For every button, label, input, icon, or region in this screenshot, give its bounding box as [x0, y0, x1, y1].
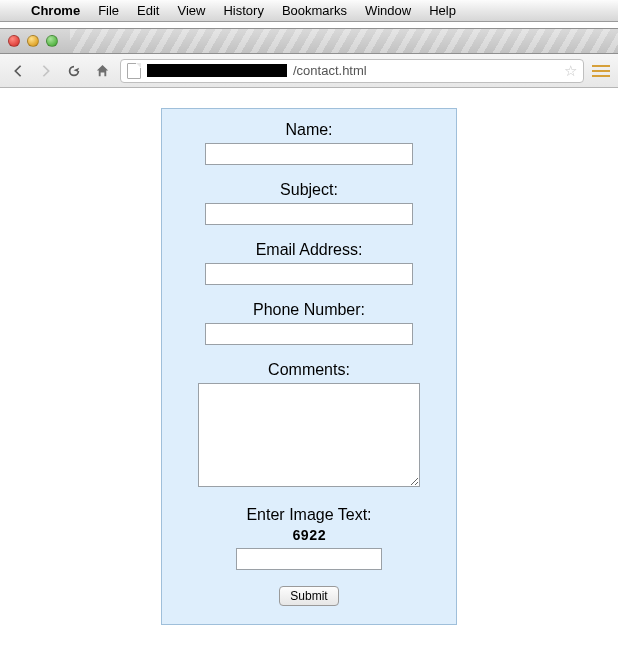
menu-history[interactable]: History [214, 3, 272, 18]
browser-toolbar: /contact.html ☆ [0, 54, 618, 88]
browser-tabbar [0, 28, 618, 54]
page-icon [127, 63, 141, 79]
phone-field: Phone Number: [186, 301, 432, 345]
reload-button[interactable] [64, 61, 84, 81]
bookmark-star-icon[interactable]: ☆ [564, 62, 577, 80]
captcha-input[interactable] [236, 548, 382, 570]
submit-row: Submit [186, 586, 432, 606]
close-window-button[interactable] [8, 35, 20, 47]
menu-bookmarks[interactable]: Bookmarks [273, 3, 356, 18]
macos-menubar: Chrome File Edit View History Bookmarks … [0, 0, 618, 22]
captcha-image-text: 6922 [186, 528, 432, 544]
email-input[interactable] [205, 263, 413, 285]
name-field: Name: [186, 121, 432, 165]
window-controls [8, 35, 58, 47]
zoom-window-button[interactable] [46, 35, 58, 47]
submit-button[interactable]: Submit [279, 586, 338, 606]
captcha-field: Enter Image Text: 6922 [186, 506, 432, 570]
browser-window: /contact.html ☆ Name: Subject: Email Add… [0, 28, 618, 625]
comments-label: Comments: [186, 361, 432, 379]
captcha-label: Enter Image Text: [186, 506, 432, 524]
menu-help[interactable]: Help [420, 3, 465, 18]
menu-app[interactable]: Chrome [22, 3, 89, 18]
home-button[interactable] [92, 61, 112, 81]
comments-textarea[interactable] [198, 383, 420, 487]
menu-window[interactable]: Window [356, 3, 420, 18]
name-label: Name: [186, 121, 432, 139]
subject-field: Subject: [186, 181, 432, 225]
back-button[interactable] [8, 61, 28, 81]
phone-input[interactable] [205, 323, 413, 345]
menu-edit[interactable]: Edit [128, 3, 168, 18]
page-content: Name: Subject: Email Address: Phone Numb… [0, 88, 618, 625]
subject-label: Subject: [186, 181, 432, 199]
email-field: Email Address: [186, 241, 432, 285]
minimize-window-button[interactable] [27, 35, 39, 47]
forward-button[interactable] [36, 61, 56, 81]
subject-input[interactable] [205, 203, 413, 225]
email-label: Email Address: [186, 241, 432, 259]
url-bar[interactable]: /contact.html ☆ [120, 59, 584, 83]
menu-view[interactable]: View [168, 3, 214, 18]
tabbar-background [70, 29, 618, 53]
browser-menu-icon[interactable] [592, 65, 610, 77]
phone-label: Phone Number: [186, 301, 432, 319]
comments-field: Comments: [186, 361, 432, 490]
menu-file[interactable]: File [89, 3, 128, 18]
url-path: /contact.html [293, 63, 367, 78]
contact-form: Name: Subject: Email Address: Phone Numb… [161, 108, 457, 625]
url-host-redacted [147, 64, 287, 77]
name-input[interactable] [205, 143, 413, 165]
